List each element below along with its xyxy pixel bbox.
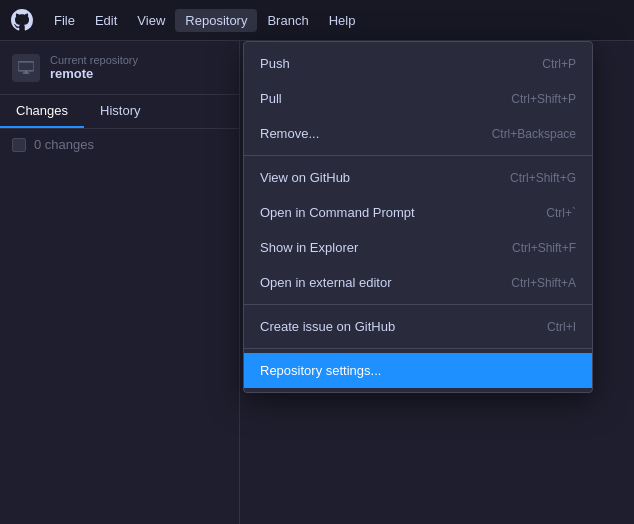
repo-header[interactable]: Current repository remote xyxy=(0,41,239,95)
repository-menu: Push Ctrl+P Pull Ctrl+Shift+P Remove... … xyxy=(243,41,593,393)
repo-label: Current repository xyxy=(50,54,138,66)
menu-open-command-prompt[interactable]: Open in Command Prompt Ctrl+` xyxy=(244,195,592,230)
repo-info: Current repository remote xyxy=(50,54,138,81)
menu-open-command-prompt-label: Open in Command Prompt xyxy=(260,205,415,220)
divider-2 xyxy=(244,304,592,305)
menu-pull[interactable]: Pull Ctrl+Shift+P xyxy=(244,81,592,116)
menu-repository-settings[interactable]: Repository settings... xyxy=(244,353,592,388)
menu-file[interactable]: File xyxy=(44,9,85,32)
menu-repository-settings-label: Repository settings... xyxy=(260,363,381,378)
tab-history[interactable]: History xyxy=(84,95,156,128)
divider-3 xyxy=(244,348,592,349)
menu-push-label: Push xyxy=(260,56,290,71)
menu-view-on-github-shortcut: Ctrl+Shift+G xyxy=(510,171,576,185)
repo-icon xyxy=(12,54,40,82)
menu-show-in-explorer-shortcut: Ctrl+Shift+F xyxy=(512,241,576,255)
menu-branch[interactable]: Branch xyxy=(257,9,318,32)
menu-show-in-explorer[interactable]: Show in Explorer Ctrl+Shift+F xyxy=(244,230,592,265)
tab-bar: Changes History xyxy=(0,95,239,129)
menu-repository[interactable]: Repository xyxy=(175,9,257,32)
menu-pull-label: Pull xyxy=(260,91,282,106)
menu-remove-shortcut: Ctrl+Backspace xyxy=(492,127,576,141)
menu-show-in-explorer-label: Show in Explorer xyxy=(260,240,358,255)
menu-remove[interactable]: Remove... Ctrl+Backspace xyxy=(244,116,592,151)
menu-view[interactable]: View xyxy=(127,9,175,32)
github-logo xyxy=(8,6,36,34)
menu-view-on-github-label: View on GitHub xyxy=(260,170,350,185)
divider-1 xyxy=(244,155,592,156)
menu-create-issue[interactable]: Create issue on GitHub Ctrl+I xyxy=(244,309,592,344)
menu-push[interactable]: Push Ctrl+P xyxy=(244,46,592,81)
menu-edit[interactable]: Edit xyxy=(85,9,127,32)
menu-open-command-prompt-shortcut: Ctrl+` xyxy=(546,206,576,220)
select-all-checkbox[interactable] xyxy=(12,138,26,152)
menu-create-issue-shortcut: Ctrl+I xyxy=(547,320,576,334)
repo-name: remote xyxy=(50,66,138,81)
tab-changes[interactable]: Changes xyxy=(0,95,84,128)
menu-push-shortcut: Ctrl+P xyxy=(542,57,576,71)
menu-open-external-editor-label: Open in external editor xyxy=(260,275,392,290)
menu-create-issue-label: Create issue on GitHub xyxy=(260,319,395,334)
menu-view-on-github[interactable]: View on GitHub Ctrl+Shift+G xyxy=(244,160,592,195)
sidebar: Current repository remote Changes Histor… xyxy=(0,41,240,524)
menubar: File Edit View Repository Branch Help xyxy=(0,0,634,41)
menu-open-external-editor-shortcut: Ctrl+Shift+A xyxy=(511,276,576,290)
menu-open-external-editor[interactable]: Open in external editor Ctrl+Shift+A xyxy=(244,265,592,300)
menu-remove-label: Remove... xyxy=(260,126,319,141)
changes-area: 0 changes xyxy=(0,129,239,160)
menu-pull-shortcut: Ctrl+Shift+P xyxy=(511,92,576,106)
menu-help[interactable]: Help xyxy=(319,9,366,32)
changes-count: 0 changes xyxy=(34,137,94,152)
